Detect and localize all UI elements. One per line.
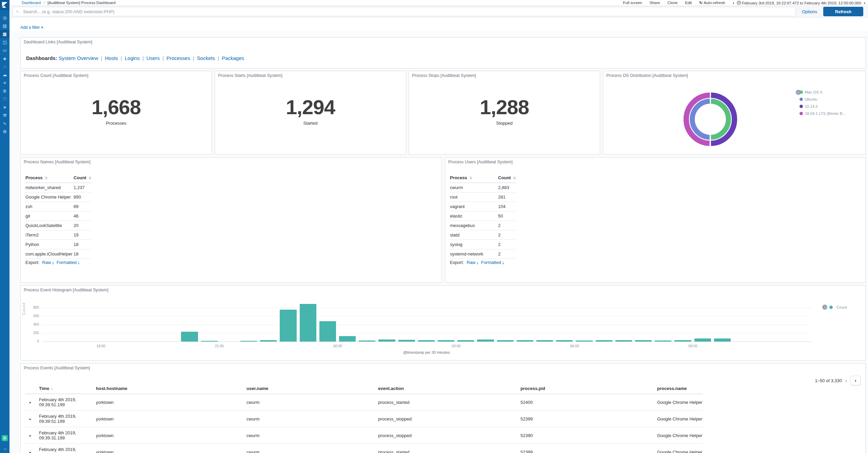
top-menu-full-screen[interactable]: Full screen: [623, 1, 642, 5]
legend-collapse-icon[interactable]: ›: [822, 305, 827, 310]
table-row[interactable]: ▸February 4th 2019, 09:39:31.199yorktown…: [25, 444, 703, 453]
legend-item[interactable]: 10.14.2: [800, 104, 846, 108]
time-range-picker[interactable]: February 3rd 2019, 16:22:07.472 to Febru…: [737, 0, 861, 5]
dashboard-link-system-overview[interactable]: System Overview: [59, 55, 98, 61]
sidebar-item-uptime[interactable]: ♡: [0, 95, 9, 103]
sidebar-expand-icon[interactable]: →: [3, 446, 7, 451]
sidebar-item-dashboard[interactable]: ▦: [0, 30, 9, 38]
column-header-process-name[interactable]: process.name: [657, 384, 703, 394]
column-header-process[interactable]: Process ⇅: [450, 173, 498, 183]
add-filter-link[interactable]: Add a filter +: [20, 25, 43, 30]
breadcrumb-dashboard-link[interactable]: Dashboard: [22, 1, 41, 5]
histogram-bar[interactable]: [418, 340, 435, 342]
table-row[interactable]: ▸February 4th 2019, 09:39:51.199yorktown…: [25, 411, 703, 427]
sidebar-item-discover[interactable]: ◎: [0, 14, 9, 22]
time-previous-icon[interactable]: ‹: [733, 0, 734, 5]
sidebar-item-timelion[interactable]: ◫: [0, 38, 9, 46]
export-raw-link[interactable]: Raw ⤓: [467, 260, 478, 265]
top-menu-edit[interactable]: Edit: [685, 1, 692, 5]
column-header-time[interactable]: Time ▾: [39, 384, 96, 394]
table-row[interactable]: zsh69: [25, 202, 92, 211]
histogram-bar[interactable]: [576, 341, 592, 342]
table-row[interactable]: statd2: [450, 230, 516, 240]
export-formatted-link[interactable]: Formatted ⤓: [57, 260, 80, 265]
expand-row-icon[interactable]: ▸: [25, 444, 39, 453]
sidebar-item-monitoring[interactable]: ∿: [0, 119, 9, 127]
column-header-event-action[interactable]: event.action: [378, 384, 520, 394]
table-row[interactable]: Python18: [25, 240, 92, 249]
expand-row-icon[interactable]: ▸: [25, 394, 39, 411]
export-formatted-link[interactable]: Formatted ⤓: [481, 260, 504, 265]
table-row[interactable]: git46: [25, 211, 92, 221]
histogram-plot[interactable]: 020040060080018:0021:0000:0003:0006:0009…: [21, 286, 865, 360]
search-box[interactable]: >_: [12, 7, 796, 16]
table-row[interactable]: ▸February 4th 2019, 09:39:31.199yorktown…: [25, 427, 703, 444]
table-row[interactable]: mdworker_shared1,237: [25, 183, 92, 192]
table-row[interactable]: elastic50: [450, 211, 516, 221]
histogram-bar[interactable]: [635, 340, 652, 342]
sidebar-item-dev-tools[interactable]: ⚒: [0, 111, 9, 119]
histogram-bar[interactable]: [260, 340, 277, 342]
table-row[interactable]: ▸February 4th 2019, 09:39:51.199yorktown…: [25, 394, 703, 411]
histogram-bar[interactable]: [398, 340, 415, 342]
table-row[interactable]: root281: [450, 192, 516, 202]
legend-item[interactable]: Mac OS X: [800, 90, 846, 94]
dashboard-link-hosts[interactable]: Hosts: [105, 55, 118, 61]
query-options-link[interactable]: Options: [802, 9, 817, 14]
histogram-bar[interactable]: [359, 341, 375, 342]
expand-row-icon[interactable]: ▸: [25, 427, 39, 444]
histogram-bar[interactable]: [655, 341, 671, 342]
histogram-bar[interactable]: [615, 340, 632, 342]
column-header-user-name[interactable]: user.name: [246, 384, 378, 394]
legend-label[interactable]: Count: [836, 305, 847, 309]
histogram-bar[interactable]: [378, 339, 395, 342]
search-input[interactable]: [23, 9, 792, 14]
table-row[interactable]: vagrant104: [450, 202, 516, 211]
sidebar-item-machine-learning[interactable]: ∴: [0, 62, 9, 70]
legend-item[interactable]: Ubuntu: [800, 97, 846, 101]
sidebar-item-canvas[interactable]: ▭: [0, 46, 9, 54]
top-menu-clone[interactable]: Clone: [667, 1, 677, 5]
histogram-bar[interactable]: [438, 340, 454, 342]
histogram-bar[interactable]: [694, 338, 711, 342]
sidebar-item-apm[interactable]: ≣: [0, 87, 9, 95]
os-donut-chart[interactable]: [682, 91, 739, 149]
histogram-bar[interactable]: [674, 340, 691, 342]
kibana-logo-icon[interactable]: [0, 0, 9, 10]
table-row[interactable]: QuickLookSatellite20: [25, 221, 92, 230]
auto-refresh-button[interactable]: ↻Auto-refresh: [699, 0, 725, 5]
column-header-count[interactable]: Count ⇅: [74, 173, 92, 183]
refresh-button[interactable]: Refresh: [823, 7, 863, 16]
top-menu-share[interactable]: Share: [650, 1, 660, 5]
page-next-button[interactable]: ›: [850, 376, 861, 385]
dashboard-link-processes[interactable]: Processes: [166, 55, 190, 61]
dashboard-link-logins[interactable]: Logins: [125, 55, 140, 61]
sidebar-item-maps[interactable]: ◈: [0, 54, 9, 62]
histogram-bar[interactable]: [714, 338, 731, 342]
histogram-bar[interactable]: [556, 340, 573, 342]
histogram-bar[interactable]: [536, 340, 553, 342]
histogram-bar[interactable]: [457, 340, 474, 342]
table-row[interactable]: cwurm2,883: [450, 183, 516, 192]
histogram-bar[interactable]: [280, 310, 296, 342]
column-header-process-pid[interactable]: process.pid: [520, 384, 657, 394]
histogram-bar[interactable]: [339, 336, 356, 342]
histogram-bar[interactable]: [201, 341, 218, 342]
table-row[interactable]: syslog2: [450, 240, 516, 249]
dashboard-link-packages[interactable]: Packages: [222, 55, 244, 61]
sidebar-item-visualize[interactable]: ▤: [0, 22, 9, 30]
time-next-icon[interactable]: ›: [864, 0, 865, 5]
histogram-bar[interactable]: [497, 340, 514, 342]
table-row[interactable]: systemd-network2: [450, 249, 516, 259]
space-badge[interactable]: D: [2, 435, 8, 441]
histogram-bar[interactable]: [517, 340, 533, 342]
table-row[interactable]: iTerm219: [25, 230, 92, 240]
histogram-bar[interactable]: [319, 321, 336, 342]
column-header-count[interactable]: Count ⇅: [498, 173, 516, 183]
table-row[interactable]: com.apple.iCloudHelper18: [25, 249, 92, 259]
histogram-bar[interactable]: [181, 332, 198, 342]
table-row[interactable]: Google Chrome Helper890: [25, 192, 92, 202]
column-header-process[interactable]: Process ⇅: [25, 173, 74, 183]
expand-row-icon[interactable]: ▸: [25, 411, 39, 427]
sidebar-item-infrastructure[interactable]: ☁: [0, 70, 9, 79]
